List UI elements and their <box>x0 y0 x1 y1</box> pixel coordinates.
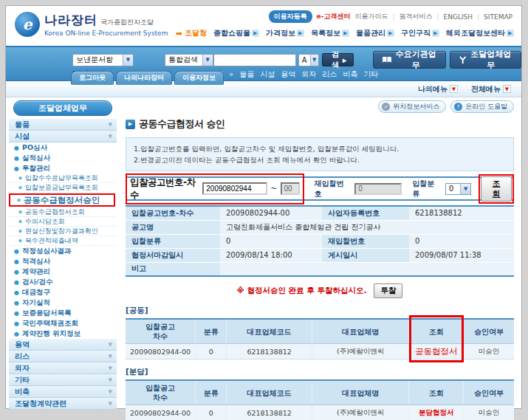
gnb-item[interactable]: 해외조달정보센타▶ <box>446 28 514 38</box>
table-cell: 미승인 <box>464 344 514 359</box>
gnb-item[interactable]: 가격정보▶ <box>266 28 304 38</box>
sidebar-category[interactable]: 물품▼ <box>9 119 117 131</box>
annotation-box-inquiry: 조회 <box>479 174 514 204</box>
utility-link[interactable]: SITEMAP <box>484 13 512 21</box>
quick-item[interactable]: 기타 <box>363 69 378 80</box>
sidebar: 조달업체업무 물품▼시설▼●PO심사●실적심사●투찰관리▪입찰수수료납부목록조회… <box>6 97 118 410</box>
column-header: 승인여부 <box>464 380 514 405</box>
chevron-down-icon: ▼ <box>450 85 458 93</box>
sidebar-item[interactable]: ▪공동수급협정서조회 <box>9 207 117 217</box>
user-tab[interactable]: 이용자정보 <box>174 71 224 85</box>
chevron-down-icon: ▼ <box>109 122 112 128</box>
gnb-item[interactable]: 물품관리▶ <box>356 28 394 38</box>
sidebar-item[interactable]: ●계약진행 위치정보 <box>9 328 117 339</box>
sidebar-category-label: 비축 <box>15 387 30 397</box>
square-bullet-icon: ▪ <box>18 238 22 244</box>
demand-org-button[interactable]: 수요기관업무 <box>373 51 446 69</box>
logo[interactable]: e 나라장터 국가종합전자조달 Korea ON-line E-Procurem… <box>15 12 168 37</box>
sidebar-category[interactable]: 용역▼ <box>9 339 117 351</box>
rebid-no-input[interactable] <box>354 183 402 195</box>
sidebar-item[interactable]: ▪현설신청및참가결과확인 <box>9 227 117 236</box>
customer-center-link[interactable]: e-고객센터 <box>317 12 351 21</box>
sidebar-item[interactable]: ●투찰관리 <box>9 163 117 173</box>
gnb-item[interactable]: 종합쇼핑몰▶ <box>213 28 259 38</box>
bid-button[interactable]: 투찰 <box>374 283 402 298</box>
sidebar-item[interactable]: ●국민주택채권조회 <box>9 318 117 328</box>
sidebar-item[interactable]: ●계약관리 <box>9 266 117 277</box>
quick-item[interactable]: 외자 <box>301 69 316 80</box>
user-tab[interactable]: 로그아웃 <box>71 71 114 85</box>
column-header: 대표업체명 <box>312 319 409 344</box>
table-cell: 20090802944-00 <box>126 344 196 359</box>
circle-bullet-icon: ● <box>14 165 19 172</box>
quick-item[interactable]: 물품 <box>239 69 254 80</box>
sidebar-category[interactable]: 외자▼ <box>9 362 117 374</box>
inquiry-button[interactable]: 조회 <box>481 176 512 202</box>
utility-link[interactable]: ENGLISH <box>444 13 473 21</box>
vendor-work-button[interactable]: 조달업체업무 <box>450 51 521 69</box>
quick-item[interactable]: 리스 <box>322 69 337 80</box>
sidebar-category[interactable]: 시설▼ <box>9 131 117 142</box>
quick-item[interactable]: 비축 <box>343 69 357 80</box>
bid-round-input[interactable] <box>281 182 300 195</box>
section-label: [분담] <box>126 367 514 377</box>
sidebar-category[interactable]: 조달청계약관련▼ <box>9 398 117 410</box>
sidebar-item[interactable]: ●실적심사 <box>9 153 117 163</box>
user-register-badge[interactable]: 이용자등록 <box>269 10 312 23</box>
table-cell: (주)예람이앤씨 <box>312 405 409 420</box>
detail-row: 협정서마감일시2009/08/14 18:00게시일시2009/08/07 11… <box>126 248 514 262</box>
sidebar-item[interactable]: ▪입찰보증금납부목록조회 <box>9 183 117 193</box>
sidebar-category[interactable]: 리스▼ <box>9 351 117 362</box>
sidebar-item[interactable]: ▪입찰수수료납부목록조회 <box>9 173 117 183</box>
all-menu-button[interactable]: 전체메뉴▼ <box>471 84 511 94</box>
double-arrow-icon: » <box>229 70 233 78</box>
utility-link[interactable]: 원격서비스 <box>399 12 432 21</box>
agreement-link[interactable]: 공동협정서 <box>409 344 464 359</box>
search-input[interactable] <box>213 54 296 66</box>
chevron-down-icon: ▼ <box>109 377 112 383</box>
bid-class-label: 입찰분류 <box>412 179 441 199</box>
gnb-item[interactable]: 구인구직▶ <box>401 28 439 38</box>
my-menu-button[interactable]: 나의메뉴▼ <box>418 84 458 94</box>
agreement-link[interactable]: 분담협정서 <box>409 405 464 420</box>
sidebar-item[interactable]: ●대금청구 <box>9 287 117 297</box>
caret-right-icon: ▶ <box>342 30 349 37</box>
sidebar-item[interactable]: ●보증응답서목록 <box>9 308 117 318</box>
location-service-button[interactable]: ✓위치정보서비스 <box>378 100 446 113</box>
detail-value: 2009/08/14 18:00 <box>220 248 322 262</box>
user-tab[interactable]: 나의나라장터 <box>116 71 172 85</box>
approval-warning-text: ※ 협정서승인 완료 후 투찰하십시오. <box>237 286 367 296</box>
sidebar-category[interactable]: 비축▼ <box>9 386 117 398</box>
sidebar-item[interactable]: ▪복수견적제출내역 <box>9 236 117 246</box>
chevron-down-icon: ▼ <box>109 342 112 348</box>
gnb-item[interactable]: 목록정보▶ <box>311 28 349 38</box>
search-scope-select[interactable]: 통합검색▼ <box>165 54 213 66</box>
chevron-down-icon: ▼ <box>109 365 112 371</box>
sidebar-category-label: 외자 <box>15 363 30 373</box>
chevron-down-icon: ▼ <box>310 55 318 66</box>
arrow-icon: ➡ <box>176 29 182 38</box>
sidebar-title-vendor-work[interactable]: 조달업체업무 <box>13 100 112 116</box>
sidebar-item-selected[interactable]: ▪공동수급협정서승인 <box>9 193 115 207</box>
tilde-separator: ~ <box>270 184 277 193</box>
sidebar-item[interactable]: ●적격심사 <box>9 256 117 266</box>
sidebar-item[interactable]: ●적정성심사결과 <box>9 246 117 256</box>
table-cell: 20090802944-00 <box>126 405 196 420</box>
sidebar-category-label: 시설 <box>15 131 30 142</box>
mailbox-select[interactable]: 보낸문서함▼ <box>72 54 134 66</box>
quick-item[interactable]: 시설 <box>260 69 275 80</box>
sidebar-item[interactable]: ●PO심사 <box>9 142 117 153</box>
quick-item[interactable]: 용역 <box>281 69 295 80</box>
gnb-item-pps[interactable]: ➡ 조달청 <box>176 28 207 38</box>
bid-class-select[interactable]: 0▼ <box>445 183 471 195</box>
sidebar-item[interactable]: ●검사/검수 <box>9 277 117 287</box>
bid-notice-no-input[interactable] <box>202 182 267 195</box>
utility-link[interactable]: 이용가이드 <box>354 12 388 21</box>
sidebar-item-label: 공동수급협정서승인 <box>24 195 100 206</box>
search-button[interactable]: 검색▸ <box>322 53 354 66</box>
mini-select[interactable]: A▼ <box>298 54 319 66</box>
sidebar-item[interactable]: ●자기실적 <box>9 297 117 308</box>
online-help-button[interactable]: ?온라인 도움말 <box>450 100 514 113</box>
sidebar-item[interactable]: ▪수의시담조회 <box>9 217 117 227</box>
sidebar-category[interactable]: 기타▼ <box>9 374 117 386</box>
